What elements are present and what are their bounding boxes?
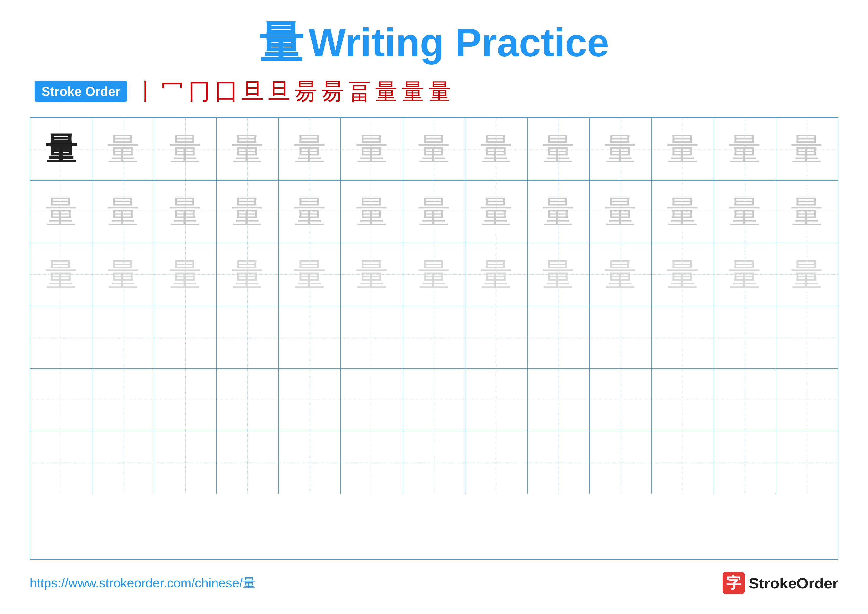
grid-cell[interactable]: 量 [154,118,217,180]
grid-cell[interactable]: 量 [465,118,527,180]
grid-row-6 [30,431,838,494]
grid-cell[interactable]: 量 [154,243,217,305]
grid-cell[interactable]: 量 [92,118,154,180]
grid-cell[interactable]: 量 [279,243,341,305]
grid-cell[interactable] [714,306,776,368]
grid-cell[interactable] [714,431,776,494]
grid-cell[interactable] [465,306,527,368]
grid-cell[interactable]: 量 [776,118,838,180]
grid-cell[interactable] [92,306,154,368]
grid-cell[interactable] [776,369,838,431]
grid-cell[interactable]: 量 [590,118,652,180]
grid-cell[interactable] [92,431,154,494]
grid-cell[interactable] [279,306,341,368]
stroke-chars: 丨 冖 冂 囗 旦 旦 昜 昜 畐 量 量 量 [135,80,451,103]
grid-cell[interactable] [403,431,465,494]
grid-row-5 [30,369,838,431]
grid-cell[interactable] [652,306,714,368]
grid-cell[interactable] [154,431,217,494]
grid-cell[interactable]: 量 [652,118,714,180]
title-section: 量 Writing Practice [259,20,609,65]
grid-row-1: 量 量 量 量 量 量 量 量 量 量 量 量 量 [30,118,838,180]
grid-cell[interactable] [30,369,92,431]
stroke-6: 旦 [268,80,290,103]
grid-cell[interactable]: 量 [30,180,92,243]
stroke-11: 量 [402,80,424,103]
grid-cell[interactable]: 量 [217,118,279,180]
stroke-8: 昜 [322,80,344,103]
grid-cell[interactable]: 量 [403,243,465,305]
grid-cell[interactable]: 量 [341,180,403,243]
grid-cell[interactable] [92,369,154,431]
grid-cell[interactable] [154,369,217,431]
grid-cell[interactable]: 量 [714,243,776,305]
footer-url[interactable]: https://www.strokeorder.com/chinese/量 [30,574,256,592]
stroke-9: 畐 [349,80,370,103]
footer-logo: 字 StrokeOrder [722,572,838,594]
grid-cell[interactable] [217,306,279,368]
grid-cell[interactable] [590,431,652,494]
grid-cell[interactable]: 量 [527,243,590,305]
grid-cell[interactable] [527,369,590,431]
grid-cell[interactable] [527,306,590,368]
grid-cell[interactable]: 量 [30,118,92,180]
grid-cell[interactable]: 量 [217,180,279,243]
grid-cell[interactable]: 量 [527,180,590,243]
grid-cell[interactable] [590,306,652,368]
grid-cell[interactable]: 量 [279,180,341,243]
strokeorder-icon: 字 [722,572,745,594]
grid-cell[interactable] [403,306,465,368]
grid-cell[interactable]: 量 [652,243,714,305]
grid-cell[interactable] [465,431,527,494]
grid-cell[interactable]: 量 [30,243,92,305]
grid-cell[interactable]: 量 [154,180,217,243]
grid-cell[interactable] [279,431,341,494]
grid-cell[interactable] [776,306,838,368]
grid-cell[interactable]: 量 [92,243,154,305]
grid-row-4 [30,306,838,369]
grid-cell[interactable] [465,369,527,431]
grid-cell[interactable] [217,369,279,431]
stroke-order-badge: Stroke Order [35,81,127,102]
stroke-4: 囗 [215,80,237,103]
grid-cell[interactable]: 量 [279,118,341,180]
grid-cell[interactable] [776,431,838,494]
grid-cell[interactable] [590,369,652,431]
grid-cell[interactable] [154,306,217,368]
grid-cell[interactable] [30,431,92,494]
grid-cell[interactable]: 量 [341,118,403,180]
grid-cell[interactable] [403,369,465,431]
grid-cell[interactable] [652,369,714,431]
stroke-10: 量 [375,80,397,103]
grid-cell[interactable]: 量 [465,243,527,305]
grid-cell[interactable] [527,431,590,494]
grid-cell[interactable]: 量 [403,180,465,243]
grid-cell[interactable]: 量 [776,243,838,305]
grid-cell[interactable]: 量 [590,180,652,243]
grid-cell[interactable]: 量 [465,180,527,243]
grid-cell[interactable]: 量 [92,180,154,243]
grid-cell[interactable]: 量 [403,118,465,180]
footer-logo-text: StrokeOrder [749,574,838,592]
grid-cell[interactable] [714,369,776,431]
grid-cell[interactable] [341,306,403,368]
grid-cell[interactable] [341,369,403,431]
grid-cell[interactable]: 量 [652,180,714,243]
grid-cell[interactable]: 量 [776,180,838,243]
practice-grid: 量 量 量 量 量 量 量 量 量 量 量 量 量 量 量 量 量 量 量 量 … [30,117,838,560]
grid-cell[interactable]: 量 [714,118,776,180]
grid-cell[interactable]: 量 [217,243,279,305]
stroke-12: 量 [429,80,451,103]
grid-cell[interactable]: 量 [714,180,776,243]
grid-cell[interactable] [217,431,279,494]
grid-cell[interactable]: 量 [590,243,652,305]
grid-cell[interactable]: 量 [527,118,590,180]
grid-cell[interactable] [30,306,92,368]
grid-cell[interactable] [279,369,341,431]
grid-cell[interactable] [341,431,403,494]
stroke-5: 旦 [242,80,264,103]
grid-cell[interactable] [652,431,714,494]
footer: https://www.strokeorder.com/chinese/量 字 … [30,572,838,594]
stroke-order-row: Stroke Order 丨 冖 冂 囗 旦 旦 昜 昜 畐 量 量 量 [30,80,838,103]
grid-cell[interactable]: 量 [341,243,403,305]
